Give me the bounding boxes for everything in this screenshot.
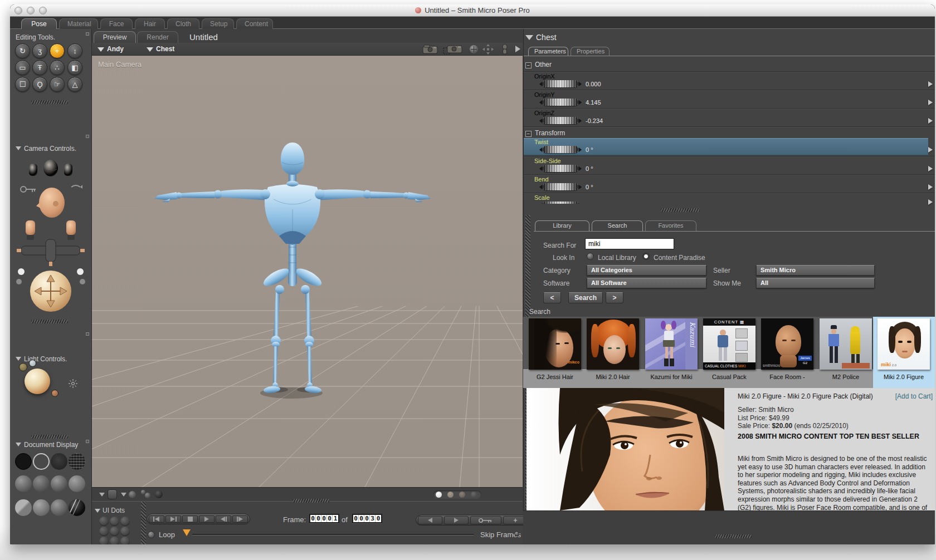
display-style-texture-shaded[interactable] (69, 499, 85, 516)
param-flyout-arrow[interactable] (928, 199, 933, 205)
document-display-header[interactable]: Document Display (16, 441, 78, 449)
dropdown-arrow-icon[interactable] (99, 493, 105, 497)
tool-scale[interactable]: ▭ (15, 60, 30, 75)
param-dial[interactable]: 0 ° (539, 146, 593, 153)
section-divider[interactable] (31, 320, 68, 323)
search-input[interactable] (585, 238, 674, 249)
loop-radio[interactable] (148, 531, 155, 538)
param-dial[interactable]: -0.234 (539, 117, 603, 124)
camera-controls-graphic[interactable] (13, 155, 88, 317)
tool-grouping[interactable]: ☐ (15, 77, 30, 92)
ui-dot[interactable] (99, 527, 109, 536)
play-button[interactable] (199, 515, 214, 523)
dropdown-arrow-icon[interactable] (121, 493, 126, 497)
param-flyout-arrow[interactable] (928, 81, 933, 87)
param-flyout-arrow[interactable] (928, 147, 933, 153)
panel-expand-arrow[interactable] (515, 46, 520, 52)
ui-dot[interactable] (99, 517, 109, 526)
stop-button[interactable] (182, 515, 198, 523)
tab-properties[interactable]: Properties (571, 47, 610, 56)
ui-dot[interactable] (110, 527, 119, 536)
move-icon[interactable] (482, 43, 494, 55)
local-library-label[interactable]: Local Library (598, 254, 636, 262)
editing-tools-header[interactable]: Editing Tools. (16, 33, 55, 41)
prev-results-button[interactable]: < (543, 292, 561, 303)
tool-twist[interactable]: ʒ (32, 43, 47, 58)
param-flyout-arrow[interactable] (928, 166, 933, 171)
tab-content[interactable]: Content (236, 18, 273, 29)
search-button[interactable]: Search (568, 292, 603, 303)
result-thumb-miki-2-hair[interactable] (587, 318, 639, 370)
tool-taper[interactable]: Ŧ (32, 60, 47, 75)
skip-frames-radio[interactable] (514, 531, 519, 536)
display-style-smooth-lined[interactable] (51, 499, 67, 516)
tab-parameters[interactable]: Parameters (528, 47, 568, 56)
ui-dot[interactable] (110, 537, 119, 544)
first-frame-button[interactable] (149, 515, 164, 523)
last-frame-button[interactable] (165, 515, 181, 523)
tool-translate-in-out[interactable]: ↕ (67, 43, 82, 58)
param-flyout-arrow[interactable] (928, 100, 933, 105)
tab-favorites[interactable]: Favorites (645, 220, 696, 231)
camera-select-icon[interactable] (443, 44, 463, 55)
group-other[interactable]: −Other (525, 61, 552, 68)
camera-label[interactable]: Main Camera (98, 60, 142, 68)
pane-button[interactable] (108, 489, 117, 499)
panel-divider-handle[interactable] (661, 208, 700, 212)
tab-cloth[interactable]: Cloth (167, 18, 199, 29)
timeline-track[interactable] (192, 534, 474, 535)
next-key-button[interactable] (444, 516, 469, 524)
ui-dot[interactable] (99, 537, 109, 544)
display-style-smooth-shaded[interactable] (33, 499, 50, 516)
total-frames-field[interactable]: 00030 (352, 514, 382, 523)
result-thumb-g2-jessi-hair[interactable]: mikco (529, 318, 581, 370)
ui-dot[interactable] (120, 537, 130, 544)
tab-hair[interactable]: Hair (135, 18, 165, 29)
tab-pose[interactable]: Pose (21, 18, 57, 29)
viewport[interactable]: Main Camera (92, 56, 523, 487)
tool-direct-manipulation[interactable]: ☞ (50, 77, 65, 92)
actor-menu[interactable]: Andy (98, 45, 124, 53)
add-to-cart-link[interactable]: [Add to Cart] (895, 392, 933, 400)
current-frame-field[interactable]: 00001 (309, 514, 339, 523)
display-style-wireframe[interactable] (51, 453, 67, 470)
edit-keyframes-button[interactable] (470, 516, 501, 524)
display-style-outline[interactable] (33, 453, 50, 470)
tab-material[interactable]: Material (59, 18, 98, 29)
param-dial[interactable]: 4.145 (539, 99, 601, 106)
detach-icon[interactable] (86, 135, 89, 138)
local-library-radio[interactable] (587, 253, 594, 260)
software-dropdown[interactable]: All Software (587, 278, 706, 288)
light-sphere[interactable] (25, 369, 50, 394)
light-controls-header[interactable]: Light Controls. (16, 355, 67, 363)
ui-dot[interactable] (120, 527, 130, 536)
figure-icon[interactable] (501, 44, 508, 55)
ui-dot[interactable] (110, 517, 119, 526)
param-flyout-arrow[interactable] (928, 184, 933, 190)
sun-icon[interactable] (68, 379, 78, 389)
element-menu[interactable]: Chest (147, 45, 174, 53)
section-divider[interactable] (31, 435, 68, 439)
param-dial[interactable]: 0 ° (539, 165, 593, 172)
tool-color[interactable]: ◧ (67, 60, 82, 75)
divider-handle[interactable] (292, 499, 329, 503)
seller-dropdown[interactable]: Smith Micro (756, 265, 875, 276)
detach-icon[interactable] (86, 440, 89, 443)
camera-controls-header[interactable]: Camera Controls. (16, 145, 76, 153)
display-style-cartoon-lines[interactable] (15, 499, 32, 516)
ui-dots-header[interactable]: UI Dots (95, 507, 125, 514)
display-style-cartoon[interactable] (69, 475, 85, 492)
show-me-dropdown[interactable]: All (756, 278, 875, 288)
result-thumb-face-room[interactable]: smithmicro James G2 (761, 318, 813, 370)
content-paradise-label[interactable]: Content Paradise (654, 254, 705, 262)
display-style-lit-wireframe[interactable] (15, 475, 32, 492)
next-results-button[interactable]: > (606, 292, 623, 303)
tab-preview[interactable]: Preview (94, 31, 136, 43)
result-thumb-miki-figure[interactable]: miki 2.0 (878, 318, 930, 370)
detach-icon[interactable] (86, 332, 89, 336)
light-dot[interactable] (29, 360, 36, 367)
tab-search[interactable]: Search (592, 220, 643, 231)
dark-sphere-icon[interactable] (155, 490, 163, 498)
display-style-flat-shaded[interactable] (33, 475, 50, 492)
result-thumb-casual-pack[interactable]: CONTENT ▦ CASUAL CLOTHES MIKI (703, 318, 755, 370)
